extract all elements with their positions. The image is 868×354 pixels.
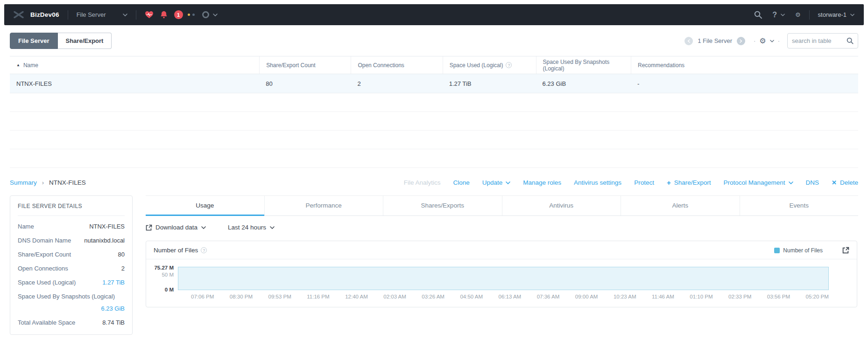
- plot-area-wrap: 75.27 M 50 M 0 M: [146, 267, 829, 290]
- y-tick-zero: 0 M: [165, 287, 174, 292]
- column-header-share-export-count[interactable]: Share/Export Count: [259, 56, 351, 74]
- file-analytics-action: File Analytics: [404, 179, 441, 186]
- tab-performance[interactable]: Performance: [264, 196, 383, 215]
- chevron-down-icon: [270, 226, 275, 229]
- chevron-down-icon: [850, 14, 854, 16]
- nutanix-x-logo[interactable]: [14, 11, 24, 18]
- x-tick: 06:13 AM: [499, 294, 522, 299]
- table-settings-gear-icon[interactable]: ⚙: [759, 36, 766, 45]
- detail-panel: Usage Performance Shares/Exports Antivir…: [146, 195, 858, 307]
- context-selector[interactable]: File Server: [77, 11, 106, 18]
- table-controls: 1 File Server · ⚙ ·: [680, 33, 858, 49]
- navbar-right: ? ⚙ storware-1: [744, 10, 854, 20]
- dns-action[interactable]: DNS: [806, 179, 819, 186]
- x-tick: 01:10 PM: [690, 294, 713, 299]
- export-icon: [146, 224, 152, 231]
- x-tick: 12:40 AM: [345, 294, 368, 299]
- file-server-details-card: FILE SERVER DETAILS Name NTNX-FILES DNS …: [10, 195, 133, 335]
- search-icon[interactable]: [754, 11, 762, 19]
- space-used-snapshots-link[interactable]: 6.23 GiB: [18, 305, 125, 312]
- user-menu[interactable]: storware-1: [818, 11, 854, 18]
- tab-alerts[interactable]: Alerts: [621, 196, 740, 215]
- help-menu[interactable]: ?: [772, 11, 785, 19]
- clone-action[interactable]: Clone: [453, 179, 469, 186]
- empty-table-row: [10, 112, 858, 131]
- table-row[interactable]: NTNX-FILES 80 2 1.27 TiB 6.23 GiB -: [10, 74, 858, 93]
- detail-row-open-connections: Open Connections 2: [18, 265, 125, 272]
- chart-toolbar: Download data Last 24 hours: [146, 224, 858, 231]
- legend-label: Number of Files: [783, 247, 823, 254]
- health-heart-icon[interactable]: [145, 11, 154, 19]
- table-search-input[interactable]: [792, 37, 847, 44]
- chevron-down-icon[interactable]: [770, 40, 774, 42]
- x-tick: 03:26 AM: [422, 294, 445, 299]
- tab-shares-exports[interactable]: Shares/Exports: [383, 196, 502, 215]
- antivirus-settings-action[interactable]: Antivirus settings: [574, 179, 621, 186]
- search-icon[interactable]: [847, 37, 854, 44]
- delete-action[interactable]: ✕ Delete: [832, 179, 858, 186]
- manage-roles-action[interactable]: Manage roles: [523, 179, 561, 186]
- tasks-ring-icon[interactable]: [202, 11, 209, 18]
- x-tick: 10:23 AM: [614, 294, 636, 299]
- add-share-export-action[interactable]: + Share/Export: [667, 179, 711, 187]
- toggle-share-export[interactable]: Share/Export: [58, 33, 112, 49]
- alerts-bell-icon[interactable]: [160, 11, 168, 19]
- tab-usage[interactable]: Usage: [146, 196, 264, 215]
- x-tick: 02:33 PM: [728, 294, 751, 299]
- cell-name[interactable]: NTNX-FILES: [10, 80, 259, 87]
- cell-space-used: 1.27 TiB: [443, 80, 536, 87]
- username: storware-1: [818, 11, 847, 18]
- entity-toggle: File Server Share/Export: [10, 33, 112, 49]
- download-data-button[interactable]: Download data: [146, 224, 206, 231]
- protect-action[interactable]: Protect: [634, 179, 654, 186]
- x-delete-icon: ✕: [832, 179, 837, 186]
- detail-row-space-used: Space Used (Logical) 1.27 TiB: [18, 279, 125, 286]
- plot-area[interactable]: [178, 267, 829, 290]
- main-area: FILE SERVER DETAILS Name NTNX-FILES DNS …: [10, 195, 858, 335]
- protocol-management-action[interactable]: Protocol Management: [723, 179, 793, 186]
- cell-space-used-snapshots: 6.23 GiB: [536, 80, 631, 87]
- details-title: FILE SERVER DETAILS: [18, 203, 125, 209]
- y-tick-max: 75.27 M: [154, 265, 174, 271]
- column-header-space-used-snapshots[interactable]: Space Used By Snapshots (Logical): [536, 56, 631, 74]
- column-header-name[interactable]: ▲ Name: [10, 56, 259, 74]
- alert-count-badge[interactable]: 1: [174, 10, 183, 19]
- expand-chart-icon[interactable]: [842, 247, 849, 254]
- update-action[interactable]: Update: [482, 179, 511, 186]
- info-dot-icon[interactable]: [192, 14, 195, 16]
- column-header-recommendations[interactable]: Recommendations: [631, 56, 858, 74]
- detail-row-space-used-snapshots: Space Used By Snapshots (Logical) 6.23 G…: [18, 293, 125, 312]
- column-header-space-used[interactable]: Space Used (Logical) ?: [443, 56, 536, 74]
- page-next-icon[interactable]: [737, 37, 745, 45]
- warning-dot-icon[interactable]: [188, 14, 190, 16]
- space-used-link[interactable]: 1.27 TiB: [102, 279, 125, 286]
- chart-body: 75.27 M 50 M 0 M 07:06 PM 08:30 PM 09:: [146, 259, 857, 307]
- help-icon[interactable]: ?: [506, 62, 512, 68]
- divider: [68, 10, 68, 20]
- time-range-select[interactable]: Last 24 hours: [228, 224, 275, 231]
- breadcrumb-summary-link[interactable]: Summary: [10, 179, 37, 186]
- help-icon[interactable]: ?: [201, 247, 207, 253]
- tab-antivirus[interactable]: Antivirus: [502, 196, 621, 215]
- x-tick: 09:53 PM: [268, 294, 291, 299]
- breadcrumb-separator-icon: ›: [42, 179, 44, 186]
- divider: [809, 10, 810, 20]
- file-server-table: ▲ Name Share/Export Count Open Connectio…: [10, 56, 858, 168]
- help-icon[interactable]: ?: [772, 11, 777, 19]
- x-tick: 11:46 AM: [652, 294, 674, 299]
- detail-row-dns-domain: DNS Domain Name nutanixbd.local: [18, 237, 125, 244]
- detail-row-total-available-space: Total Available Space 8.74 TiB: [18, 319, 125, 326]
- chevron-down-icon[interactable]: [123, 14, 127, 16]
- chart-header-right: Number of Files: [774, 247, 849, 254]
- table-search: [787, 33, 858, 49]
- y-axis: 75.27 M 50 M 0 M: [146, 267, 178, 290]
- empty-table-row: [10, 149, 858, 168]
- toggle-row: File Server Share/Export 1 File Server ·…: [10, 33, 858, 49]
- chevron-down-icon[interactable]: [213, 14, 218, 16]
- chart-title: Number of Files: [154, 247, 198, 254]
- settings-gear-icon[interactable]: ⚙: [795, 12, 801, 18]
- column-header-open-connections[interactable]: Open Connections: [351, 56, 442, 74]
- toggle-file-server[interactable]: File Server: [10, 33, 58, 49]
- page-prev-icon[interactable]: [685, 37, 693, 45]
- tab-events[interactable]: Events: [740, 196, 859, 215]
